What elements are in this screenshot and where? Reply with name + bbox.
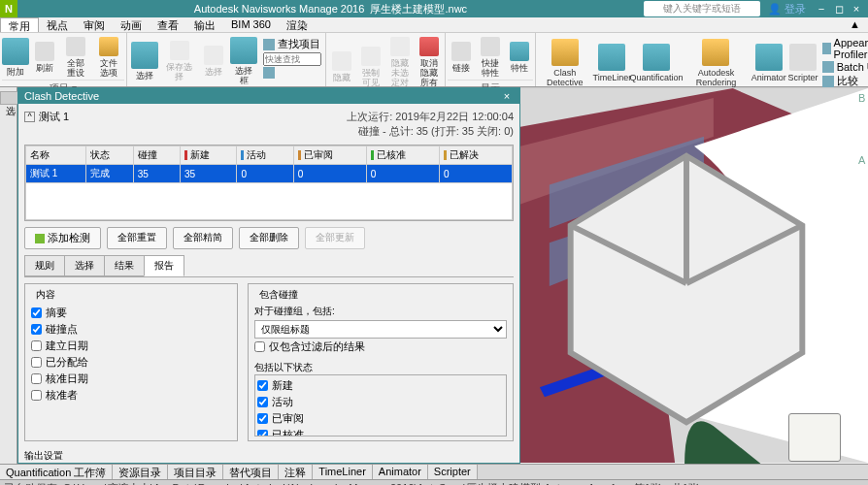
content-check[interactable]: 核准者 bbox=[31, 387, 231, 402]
batch-button[interactable]: Batch Utility bbox=[822, 61, 868, 73]
titlebar: N Autodesk Navisworks Manage 2016 厚生楼土建模… bbox=[0, 0, 868, 17]
attach-button[interactable]: 附加 bbox=[2, 35, 29, 80]
selectbox-button[interactable]: 选择框 bbox=[229, 35, 259, 87]
close-button[interactable]: × bbox=[849, 3, 864, 16]
tab-render[interactable]: 渲染 bbox=[279, 17, 316, 32]
compare-button[interactable]: 比较 bbox=[822, 74, 868, 88]
dock-tab[interactable]: Scripter bbox=[428, 465, 478, 479]
dock-tab[interactable]: 项目目录 bbox=[168, 465, 223, 479]
content-check[interactable]: 碰撞点 bbox=[31, 321, 231, 338]
collapse-icon[interactable]: ^ bbox=[24, 112, 35, 122]
viewcube[interactable] bbox=[520, 95, 860, 464]
finditems-button[interactable]: 查找项目 bbox=[263, 37, 321, 51]
ribbon: 附加 刷新 全部重设 文件选项 项目 ▾ 选择 保存选择 选择 选择框 查找项目… bbox=[0, 33, 868, 87]
clash-panel: Clash Detective × ^ 测试 1 上次运行: 2019年2月22… bbox=[17, 87, 520, 464]
table-row[interactable]: 测试 1完成35350000 bbox=[26, 165, 513, 183]
status-check[interactable]: 新建 bbox=[257, 377, 504, 394]
savesel-button: 保存选择 bbox=[161, 35, 198, 87]
tab-review[interactable]: 审阅 bbox=[76, 17, 113, 32]
select2-button: 选择 bbox=[200, 35, 227, 87]
timeliner-button[interactable]: TimeLiner bbox=[593, 35, 630, 90]
tab-view[interactable]: 查看 bbox=[150, 17, 186, 32]
app-logo: N bbox=[0, 0, 17, 17]
tab-output[interactable]: 输出 bbox=[186, 17, 223, 32]
content-check[interactable]: 已分配给 bbox=[31, 354, 231, 371]
fileoptions-button[interactable]: 文件选项 bbox=[93, 35, 124, 80]
quant-button[interactable]: Quantification bbox=[632, 35, 680, 90]
status-check[interactable]: 已核准 bbox=[257, 427, 504, 436]
quickfind-input[interactable] bbox=[263, 52, 321, 66]
panel-close-button[interactable]: × bbox=[500, 90, 514, 102]
resetall-button[interactable]: 全部重置 bbox=[107, 227, 167, 249]
animator-button[interactable]: Animator bbox=[751, 35, 785, 90]
sets-button[interactable] bbox=[263, 67, 321, 79]
scripter-button[interactable]: Scripter bbox=[787, 35, 818, 90]
dock-tab[interactable]: 资源目录 bbox=[113, 465, 168, 479]
bottom-dock-tabs: Quantification 工作簿资源目录项目目录替代项目注释TimeLine… bbox=[0, 464, 868, 479]
output-legend: 输出设置 bbox=[24, 449, 514, 463]
status-check[interactable]: 活动 bbox=[257, 394, 504, 410]
content-legend: 内容 bbox=[33, 288, 58, 302]
status-legend: 包括以下状态 bbox=[254, 361, 507, 374]
test-name: 测试 1 bbox=[39, 110, 69, 124]
dock-tab[interactable]: 替代项目 bbox=[223, 465, 279, 479]
content-check[interactable]: 摘要 bbox=[31, 305, 231, 321]
tab-animation[interactable]: 动画 bbox=[113, 17, 150, 32]
filter-check[interactable] bbox=[254, 341, 265, 352]
window-title: Autodesk Navisworks Manage 2016 厚生楼土建模型.… bbox=[17, 2, 644, 16]
tab-results[interactable]: 结果 bbox=[104, 255, 145, 276]
dock-tab[interactable]: TimeLiner bbox=[313, 465, 373, 479]
tab-rules[interactable]: 规则 bbox=[24, 255, 65, 276]
test-info: 上次运行: 2019年2月22日 12:00:04 碰撞 - 总计: 35 (打… bbox=[347, 110, 514, 139]
maximize-button[interactable]: ◻ bbox=[831, 3, 847, 16]
search-input[interactable]: 键入关键字或短语 bbox=[644, 1, 760, 16]
tab-report[interactable]: 报告 bbox=[144, 255, 184, 276]
content-check[interactable]: 建立日期 bbox=[31, 338, 231, 354]
tests-table[interactable]: 名称状态碰撞新建活动已审阅已核准已解决 测试 1完成35350000 bbox=[24, 145, 514, 221]
ribbon-tabs: 常用 视点 审阅 动画 查看 输出 BIM 360 渲染 ▲ bbox=[0, 17, 868, 33]
addtest-button[interactable]: 添加检测 bbox=[24, 227, 101, 249]
render-button[interactable]: Autodesk Rendering bbox=[683, 35, 750, 90]
updateall-button: 全部更新 bbox=[305, 227, 365, 249]
dock-tab[interactable]: Animator bbox=[373, 465, 428, 479]
help-icon[interactable]: ▲ bbox=[842, 17, 868, 32]
minimize-button[interactable]: − bbox=[814, 3, 829, 16]
quickprops-button[interactable]: 快捷特性 bbox=[477, 35, 504, 80]
refresh-button[interactable]: 刷新 bbox=[31, 35, 58, 80]
panel-title: Clash Detective bbox=[24, 90, 99, 102]
select-button[interactable]: 选择 bbox=[129, 35, 159, 87]
user-login[interactable]: 👤 登录 bbox=[768, 2, 806, 16]
props-button[interactable]: 特性 bbox=[506, 35, 533, 80]
tab-select[interactable]: 选择 bbox=[64, 255, 105, 276]
tab-viewpoint[interactable]: 视点 bbox=[39, 17, 76, 32]
3d-viewport[interactable]: B A bbox=[520, 87, 868, 464]
dock-tab[interactable]: 选 bbox=[0, 91, 19, 105]
group-select[interactable]: 仅限组标题 bbox=[254, 320, 507, 339]
appprofiler-button[interactable]: Appearance Profiler bbox=[822, 37, 868, 60]
links-button[interactable]: 链接 bbox=[448, 35, 475, 80]
status-check[interactable]: 已审阅 bbox=[257, 410, 504, 427]
include-legend: 包含碰撞 bbox=[256, 288, 301, 302]
tab-home[interactable]: 常用 bbox=[0, 17, 39, 32]
dock-tab[interactable]: 注释 bbox=[279, 465, 313, 479]
dock-tab[interactable]: Quantification 工作簿 bbox=[0, 465, 113, 479]
ime-avatar[interactable] bbox=[788, 413, 841, 462]
content-check[interactable]: 核准日期 bbox=[31, 371, 231, 387]
clash-button[interactable]: Clash Detective bbox=[538, 35, 591, 90]
left-dock: 选 bbox=[0, 87, 17, 464]
group-label: 对于碰撞组，包括: bbox=[254, 305, 507, 318]
tab-bim360[interactable]: BIM 360 bbox=[223, 17, 279, 32]
resetall-button[interactable]: 全部重设 bbox=[60, 35, 91, 80]
deleteall-button[interactable]: 全部删除 bbox=[239, 227, 299, 249]
compactall-button[interactable]: 全部精简 bbox=[173, 227, 233, 249]
